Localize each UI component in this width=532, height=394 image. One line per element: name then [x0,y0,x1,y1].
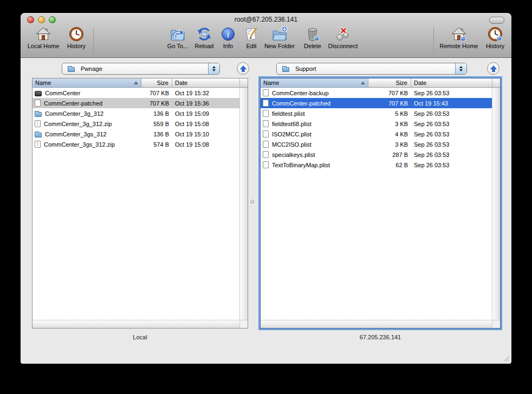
file-row-selected[interactable]: CommCenter-patched 707 KB Oct 19 15:36 [33,98,239,108]
column-header-label: Size [157,80,168,86]
file-row[interactable]: specialkeys.plist 287 B Sep 26 03:53 [261,149,492,160]
folder-icon [35,112,42,117]
toolbar-label: Go To... [167,43,188,49]
file-date: Sep 26 03:53 [411,152,492,158]
edit-icon [243,26,259,42]
column-header-size[interactable]: Size [368,78,411,88]
house-globe-icon [451,26,467,42]
vertical-scrollbar-track[interactable] [239,88,248,320]
file-name: fieldtest.plist [272,110,305,117]
goto-folder-icon [170,26,186,42]
file-row[interactable]: CommCenter_3gs_312.zip 574 B Oct 19 15:0… [33,139,239,149]
column-header-corner [492,78,500,88]
folder-icon [35,133,42,137]
column-header-name[interactable]: Name [33,78,141,88]
stepper-up-icon [459,66,463,68]
delete-button[interactable]: Delete [300,26,325,49]
new-folder-icon [271,26,288,42]
remote-path-popup[interactable]: Support [276,63,467,75]
toolbar-label: Edit [246,43,257,49]
disconnect-button[interactable]: Disconnect [323,26,363,49]
remote-history-button[interactable]: History [482,26,508,49]
column-header-date[interactable]: Date [411,78,492,88]
file-size: 136 B [141,110,172,117]
file-icon [263,161,269,168]
file-row[interactable]: TextToBinaryMap.plist 62 B Sep 26 03:53 [261,160,492,170]
file-size: 4 KB [368,131,411,137]
local-file-list: CommCenter 707 KB Oct 19 15:32 CommCente… [33,88,239,320]
file-row[interactable]: MCC2ISO.plist 3 KB Sep 26 03:53 [261,139,492,149]
remote-file-list: CommCenter-backup 707 KB Sep 26 03:53 Co… [261,88,492,320]
column-header-name[interactable]: Name [261,78,368,88]
file-date: Oct 19 15:10 [172,131,239,137]
stepper-up-icon [212,66,216,68]
vertical-scrollbar-track[interactable] [492,88,500,320]
local-path-popup[interactable]: Pwnage [62,63,220,75]
titlebar-toolbar: root@67.205.236.141 Local Home History [21,13,511,58]
column-header-size[interactable]: Size [141,78,172,88]
house-icon [35,26,51,42]
folder-icon [282,67,289,72]
file-row[interactable]: CommCenter 707 KB Oct 19 15:32 [33,88,239,98]
file-name: CommCenter-patched [272,100,330,107]
file-name: CommCenter_3gs_312 [45,131,107,137]
toolbar-toggle-button[interactable] [489,17,504,24]
file-row[interactable]: CommCenter_3g_312.zip 559 B Oct 19 15:08 [33,119,239,129]
file-row[interactable]: fieldtest68.plist 3 KB Sep 26 03:53 [261,119,492,129]
toolbar-label: Delete [304,43,321,49]
file-icon [263,100,269,107]
up-arrow-icon [239,65,247,73]
file-date: Oct 19 15:32 [172,90,239,96]
file-date: Oct 19 15:08 [172,141,239,148]
remote-file-table: Name Size Date CommCenter-backup 707 KB … [260,78,501,329]
window-title: root@67.205.236.141 [21,16,511,23]
file-row[interactable]: CommCenter_3gs_312 136 B Oct 19 15:10 [33,129,239,139]
horizontal-scrollbar-track[interactable] [261,320,492,328]
file-name: specialkeys.plist [272,152,315,158]
remote-up-directory-button[interactable] [487,62,499,75]
new-folder-button[interactable]: New Folder [261,26,299,49]
file-size: 707 KB [141,100,172,107]
column-header-label: Name [263,80,279,86]
file-date: Sep 26 03:53 [411,90,492,96]
edit-button[interactable]: Edit [242,26,261,49]
file-date: Oct 19 15:09 [172,110,239,117]
toolbar-label: Disconnect [328,43,358,49]
remote-path-label: Support [295,65,316,72]
local-home-button[interactable]: Local Home [26,26,61,49]
remote-table-header: Name Size Date [261,78,500,88]
horizontal-scrollbar-track[interactable] [33,320,239,328]
folder-icon [68,67,75,72]
file-name: CommCenter-patched [44,100,102,107]
pane-divider-dimple[interactable] [250,200,254,203]
local-pane-label: Local [32,334,248,340]
file-row[interactable]: CommCenter-backup 707 KB Sep 26 03:53 [261,88,492,98]
column-header-label: Name [35,80,51,86]
local-history-button[interactable]: History [63,26,89,49]
column-header-date[interactable]: Date [172,78,240,88]
file-date: Sep 26 03:53 [411,121,492,127]
toolbar-label: Local Home [28,43,60,49]
local-up-directory-button[interactable] [237,62,249,75]
toolbar-label: Info [223,43,233,49]
file-row[interactable]: CommCenter_3g_312 136 B Oct 19 15:09 [33,108,239,119]
file-name: MCC2ISO.plist [272,141,312,148]
column-header-label: Size [396,80,407,86]
file-date: Sep 26 03:53 [411,162,492,168]
reload-button[interactable]: Reload [191,26,217,49]
file-size: 5 KB [368,110,411,117]
info-button[interactable]: i Info [218,26,238,49]
stepper-down-icon [212,69,216,71]
svg-text:i: i [227,29,230,40]
file-size: 559 B [141,121,172,127]
remote-home-button[interactable]: Remote Home [436,26,482,49]
file-row[interactable]: ISO2MCC.plist 4 KB Sep 26 03:53 [261,129,492,139]
go-to-button[interactable]: Go To... [164,26,191,49]
file-icon [35,91,42,96]
file-date: Sep 26 03:53 [411,131,492,137]
file-row-selected[interactable]: CommCenter-patched 707 KB Oct 19 15:43 [261,98,492,108]
local-path-label: Pwnage [81,65,102,72]
remote-pane-label: 67.205.236.141 [260,334,501,340]
resize-grip[interactable] [503,355,510,362]
file-row[interactable]: fieldtest.plist 5 KB Sep 26 03:53 [261,108,492,119]
